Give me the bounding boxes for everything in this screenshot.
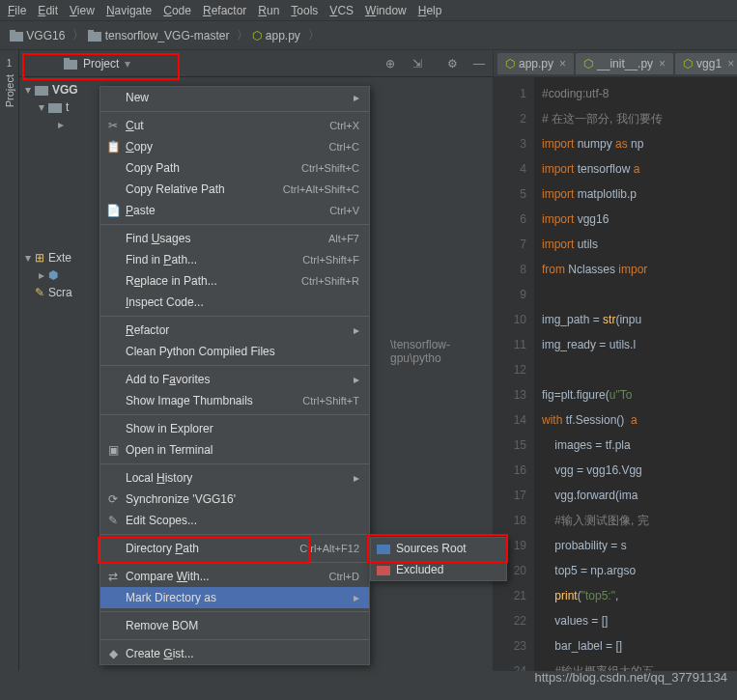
tab-__init__py[interactable]: ⬡__init__.py×	[576, 53, 673, 74]
lib-path-text: \tensorflow-gpu\pytho	[390, 338, 493, 365]
menu-item-new[interactable]: New▸	[100, 87, 369, 108]
menu-item-clean-python-compiled-files[interactable]: Clean Python Compiled Files	[100, 341, 369, 362]
menu-item-copy-relative-path[interactable]: Copy Relative PathCtrl+Alt+Shift+C	[100, 179, 369, 200]
menu-item-synchronize-vgg16-[interactable]: ⟳Synchronize 'VGG16'	[100, 489, 369, 510]
menu-item-find-usages[interactable]: Find UsagesAlt+F7	[100, 228, 369, 249]
editor-area: ⬡app.py×⬡__init__.py×⬡vgg1× 123456789101…	[493, 50, 737, 671]
hide-icon[interactable]: —	[469, 54, 489, 73]
svg-rect-6	[35, 86, 48, 96]
gutter: 1234567891011121314151617181920212223242…	[494, 77, 534, 671]
close-icon[interactable]: ×	[727, 57, 734, 70]
breadcrumb-sep: 〉	[72, 27, 84, 43]
menu-item-edit-scopes-[interactable]: ✎Edit Scopes...	[100, 510, 369, 531]
menu-icon: 📋	[106, 140, 120, 154]
target-icon[interactable]: ⊕	[381, 54, 400, 73]
mark-directory-submenu: Sources RootExcluded	[370, 537, 507, 581]
menu-item-copy[interactable]: 📋CopyCtrl+C	[100, 136, 369, 157]
menubar: FileEditViewNavigateCodeRefactorRunTools…	[0, 0, 737, 21]
breadcrumb-sep: 〉	[237, 27, 248, 43]
menu-item-replace-in-path-[interactable]: Replace in Path...Ctrl+Shift+R	[100, 270, 369, 292]
gear-icon[interactable]: ⚙	[442, 54, 462, 73]
menu-item-remove-bom[interactable]: Remove BOM	[100, 615, 369, 636]
menu-file[interactable]: File	[8, 4, 26, 17]
submenu-sources-root[interactable]: Sources Root	[371, 538, 506, 559]
menu-item-local-history[interactable]: Local History▸	[100, 467, 369, 489]
menu-vcs[interactable]: VCS	[329, 4, 354, 17]
menu-view[interactable]: View	[70, 4, 95, 17]
sidebar-tab[interactable]: 1 Project	[0, 50, 19, 671]
menu-icon: ⇄	[106, 570, 120, 583]
menu-navigate[interactable]: Navigate	[106, 4, 152, 17]
breadcrumb-file[interactable]: ⬡ app.py	[252, 29, 299, 42]
close-icon[interactable]: ×	[659, 57, 666, 70]
menu-item-show-image-thumbnails[interactable]: Show Image ThumbnailsCtrl+Shift+T	[100, 390, 369, 411]
menu-item-refactor[interactable]: Refactor▸	[100, 320, 369, 341]
folder-icon	[377, 565, 390, 574]
menu-item-paste[interactable]: 📄PasteCtrl+V	[100, 200, 369, 221]
menu-item-add-to-favorites[interactable]: Add to Favorites▸	[100, 369, 369, 390]
submenu-excluded[interactable]: Excluded	[371, 559, 506, 580]
menu-item-open-in-terminal[interactable]: ▣Open in Terminal	[100, 439, 369, 461]
menu-help[interactable]: Help	[418, 4, 442, 17]
menu-icon: ✂	[106, 119, 120, 132]
menu-code[interactable]: Code	[163, 4, 191, 17]
sidebar-tab-label[interactable]: Project	[4, 74, 15, 107]
menu-run[interactable]: Run	[258, 4, 279, 17]
svg-rect-8	[377, 545, 390, 554]
breadcrumb-root[interactable]: VGG16	[10, 29, 65, 42]
menu-item-compare-with-[interactable]: ⇄Compare With...Ctrl+D	[100, 566, 369, 587]
menu-icon: ◆	[106, 647, 120, 660]
svg-rect-3	[88, 30, 94, 33]
svg-rect-9	[377, 566, 390, 575]
menu-item-cut[interactable]: ✂CutCtrl+X	[100, 115, 369, 136]
svg-rect-7	[48, 103, 62, 113]
menu-icon: ▣	[106, 443, 120, 457]
project-dropdown[interactable]: Project ▾	[64, 57, 130, 70]
menu-item-create-gist-[interactable]: ◆Create Gist...	[100, 643, 369, 664]
breadcrumb-sep: 〉	[308, 27, 320, 43]
context-menu: New▸✂CutCtrl+X📋CopyCtrl+CCopy PathCtrl+S…	[99, 86, 370, 665]
menu-item-copy-path[interactable]: Copy PathCtrl+Shift+C	[100, 157, 369, 179]
folder-icon	[377, 544, 390, 553]
menu-item-find-in-path-[interactable]: Find in Path...Ctrl+Shift+F	[100, 249, 369, 270]
tab-vgg1[interactable]: ⬡vgg1×	[675, 53, 737, 74]
menu-tools[interactable]: Tools	[291, 4, 318, 17]
svg-rect-5	[64, 58, 70, 61]
tab-apppy[interactable]: ⬡app.py×	[497, 53, 574, 74]
code[interactable]: #coding:utf-8# 在这一部分, 我们要传import numpy a…	[534, 77, 737, 671]
watermark: https://blog.csdn.net/qq_37791134	[535, 670, 728, 685]
svg-rect-1	[10, 30, 15, 33]
close-icon[interactable]: ×	[559, 57, 566, 70]
svg-rect-0	[10, 32, 23, 42]
menu-item-show-in-explorer[interactable]: Show in Explorer	[100, 418, 369, 439]
menu-item-directory-path[interactable]: Directory PathCtrl+Alt+F12	[100, 538, 369, 559]
menu-item-inspect-code-[interactable]: Inspect Code...	[100, 292, 369, 313]
editor-tabs: ⬡app.py×⬡__init__.py×⬡vgg1×	[494, 50, 737, 77]
breadcrumb-folder[interactable]: tensorflow_VGG-master	[88, 29, 229, 42]
sidebar-index: 1	[7, 58, 13, 69]
svg-rect-4	[64, 60, 77, 70]
menu-refactor[interactable]: Refactor	[203, 4, 246, 17]
menu-item-mark-directory-as[interactable]: Mark Directory as▸	[100, 587, 369, 608]
breadcrumb: VGG16 〉 tensorflow_VGG-master 〉 ⬡ app.py…	[0, 21, 737, 50]
menu-icon: ⟳	[106, 492, 120, 506]
menu-window[interactable]: Window	[365, 4, 407, 17]
menu-icon: 📄	[106, 204, 120, 217]
svg-rect-2	[88, 32, 101, 42]
menu-icon: ✎	[106, 514, 120, 527]
collapse-icon[interactable]: ⇲	[408, 54, 427, 73]
menu-edit[interactable]: Edit	[38, 4, 58, 17]
